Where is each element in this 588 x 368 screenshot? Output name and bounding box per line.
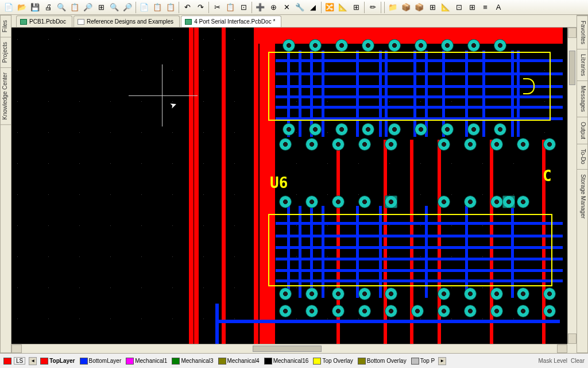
via [279, 288, 292, 300]
layer-tab-bottomlayer[interactable]: BottomLayer [78, 358, 124, 365]
trace-red [194, 28, 199, 350]
via [332, 138, 345, 151]
layer-name: Mechanical3 [181, 358, 213, 364]
crosshair [129, 95, 198, 96]
vertical-scrollbar[interactable] [567, 28, 577, 344]
doc-tab-0[interactable]: PCB1.PcbDoc [16, 16, 72, 27]
toolbar-button-3[interactable]: 🖨 [42, 1, 55, 14]
toolbar-button-2[interactable]: 💾 [29, 1, 41, 14]
tab-knowledge-center[interactable]: Knowledge Center [1, 68, 11, 125]
mask-level-button[interactable]: Mask Level [539, 358, 568, 364]
via [332, 195, 345, 208]
toolbar-button-8[interactable]: 🔍 [108, 1, 121, 14]
toolbar-button-4[interactable]: 🔍 [55, 1, 68, 14]
toolbar-button-40[interactable]: ⊡ [452, 1, 465, 14]
toolbar-button-0[interactable]: 📄 [2, 1, 15, 14]
tab-messages[interactable]: Messages [577, 80, 587, 117]
via [332, 305, 345, 317]
pcb-canvas-wrap: U6C16+U3CC➤ [11, 28, 577, 353]
via [283, 39, 295, 52]
via [543, 288, 556, 300]
mouse-cursor: ➤ [169, 99, 179, 110]
toolbar-button-16[interactable]: ↷ [194, 1, 207, 14]
toolbar-button-28[interactable]: 🔀 [323, 1, 336, 14]
layer-swatch [313, 358, 321, 365]
layer-swatch [172, 358, 180, 365]
toolbar-button-29[interactable]: 📐 [336, 1, 349, 14]
toolbar-button-36[interactable]: 📦 [400, 1, 412, 14]
via [335, 39, 348, 52]
toolbar-button-9[interactable]: 🔎 [121, 1, 134, 14]
toolbar-button-19[interactable]: 📋 [224, 1, 237, 14]
toolbar-button-42[interactable]: ≡ [479, 1, 492, 14]
layer-tab-top overlay[interactable]: Top Overlay [311, 358, 355, 365]
toolbar-button-30[interactable]: ⊞ [350, 1, 362, 14]
layer-tab-mechanical3[interactable]: Mechanical3 [169, 358, 215, 365]
layer-tab-mechanical16[interactable]: Mechanical16 [262, 358, 311, 365]
via [385, 288, 397, 300]
toolbar-button-6[interactable]: 🔎 [82, 1, 94, 14]
ls-indicator: LS [14, 357, 25, 365]
via [543, 305, 556, 317]
layer-swatch [40, 358, 48, 365]
doc-tab-2[interactable]: 4 Port Serial Interface.PcbDoc * [181, 16, 281, 27]
via [358, 288, 371, 300]
layer-tab-bottom overlay[interactable]: Bottom Overlay [355, 358, 409, 365]
trace-red [254, 28, 258, 350]
toolbar-button-18[interactable]: ✂ [211, 1, 223, 14]
toolbar-button-13[interactable]: 📋 [164, 1, 177, 14]
toolbar-button-7[interactable]: ⊞ [95, 1, 107, 14]
via [438, 305, 450, 317]
via [517, 305, 529, 317]
via [490, 305, 503, 317]
tab-favorites[interactable]: Favorites [577, 16, 587, 49]
layer-tab-top p[interactable]: Top P [409, 358, 438, 365]
tab-todo[interactable]: To-Do [577, 144, 587, 169]
toolbar-button-26[interactable]: ◢ [307, 1, 319, 14]
horizontal-scrollbar[interactable] [11, 344, 567, 353]
toolbar-button-25[interactable]: 🔧 [293, 1, 306, 14]
toolbar-button-12[interactable]: 📋 [151, 1, 164, 14]
toolbar-button-43[interactable]: A [492, 1, 505, 14]
via [490, 138, 503, 151]
tab-libraries[interactable]: Libraries [577, 49, 587, 80]
layer-name: Mechanical4 [227, 358, 260, 364]
layer-tab-toplayer[interactable]: TopLayer [38, 358, 77, 365]
toolbar-button-15[interactable]: ↶ [181, 1, 194, 14]
layer-tabs-bar: LS ◄ TopLayerBottomLayerMechanical1Mecha… [0, 353, 588, 368]
via [415, 123, 427, 136]
tab-projects[interactable]: Projects [1, 37, 11, 68]
via [362, 123, 374, 136]
toolbar-button-41[interactable]: ⊞ [466, 1, 478, 14]
toolbar-button-22[interactable]: ➕ [254, 1, 266, 14]
toolbar-button-37[interactable]: 📦 [413, 1, 425, 14]
clear-button[interactable]: Clear [571, 358, 585, 364]
toolbar-button-20[interactable]: ⊡ [237, 1, 250, 14]
toolbar-button-35[interactable]: 📁 [386, 1, 399, 14]
toolbar-button-39[interactable]: 📐 [439, 1, 452, 14]
doc-tab-1[interactable]: Reference Designs and Examples [74, 16, 180, 27]
toolbar-button-5[interactable]: 📋 [68, 1, 81, 14]
via [490, 288, 503, 300]
document-icon [78, 19, 84, 25]
toolbar-button-1[interactable]: 📂 [16, 1, 28, 14]
tab-files[interactable]: Files [1, 16, 11, 37]
layer-nav-next[interactable]: ► [438, 357, 446, 365]
toolbar-button-38[interactable]: ⊞ [426, 1, 439, 14]
toolbar-button-24[interactable]: ✕ [280, 1, 293, 14]
layer-nav-prev[interactable]: ◄ [29, 357, 37, 365]
pcb-canvas[interactable]: U6C16+U3CC➤ [11, 28, 567, 344]
silk-outline [268, 214, 552, 286]
layer-tab-mechanical4[interactable]: Mechanical4 [216, 358, 262, 365]
toolbar-button-32[interactable]: ✏ [366, 1, 379, 14]
toolbar-button-11[interactable]: 📄 [138, 1, 150, 14]
layer-tab-mechanical1[interactable]: Mechanical1 [123, 358, 169, 365]
toolbar-button-23[interactable]: ⊕ [267, 1, 280, 14]
via [385, 305, 397, 317]
via [305, 138, 318, 151]
tab-storage-manager[interactable]: Storage Manager [577, 169, 587, 223]
via [464, 195, 477, 208]
doc-tab-label: Reference Designs and Examples [87, 18, 173, 25]
layer-name: Top P [420, 358, 435, 364]
tab-output[interactable]: Output [577, 117, 587, 144]
